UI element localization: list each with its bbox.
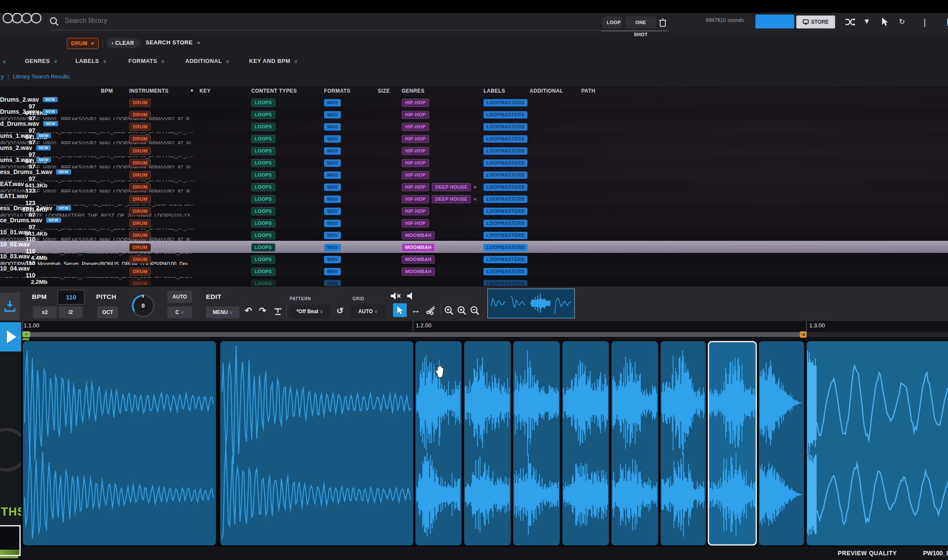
column-labels[interactable]: LABELS (483, 88, 505, 94)
edit-menu-button[interactable]: MENU ∨ (206, 306, 240, 318)
tag-hip-hop[interactable]: HIP-HOP (402, 183, 429, 191)
tag-loopmasters[interactable]: LOOPMASTERS (483, 111, 527, 118)
pitch-auto-button[interactable]: AUTO (167, 291, 192, 303)
column-bpm[interactable]: BPM (78, 88, 113, 94)
remove-filter-icon[interactable]: × (91, 40, 94, 47)
filter-dropdown-additional[interactable]: ADDITIONAL∨ (185, 58, 230, 64)
table-row[interactable]: Drums_2.wavNEW97DRUMLOOPSWAV641.3KbHIP-H… (0, 96, 948, 108)
tag-hip-hop[interactable]: HIP-HOP (402, 111, 429, 119)
tag-loopmasters[interactable]: LOOPMASTERS (483, 99, 527, 106)
tag-drum[interactable]: DRUM (129, 195, 151, 203)
more-genres-icon[interactable]: » (474, 196, 477, 202)
tag-loops[interactable]: LOOPS (251, 183, 275, 191)
tag-wav[interactable]: WAV (324, 159, 341, 167)
tag-wav[interactable]: WAV (324, 220, 341, 227)
trim-icon[interactable] (273, 307, 283, 317)
tag-loopmasters[interactable]: LOOPMASTERS (483, 268, 527, 275)
column-key[interactable]: KEY (200, 88, 211, 94)
zoom-selection-icon[interactable] (444, 305, 454, 316)
sort-asc-icon[interactable]: ▲ (190, 88, 194, 92)
zoom-out-icon[interactable] (470, 305, 480, 316)
tag-loopmasters[interactable]: LOOPMASTERS (483, 196, 527, 203)
tag-hip-hop[interactable]: HIP-HOP (402, 135, 429, 143)
tag-moombah[interactable]: MOOMBAH (402, 255, 435, 264)
menu-bar-icon[interactable]: ❘ (921, 17, 928, 27)
tag-loopmasters[interactable]: LOOPMASTERS (483, 232, 527, 239)
import-button[interactable] (0, 292, 20, 320)
table-row[interactable]: ums_1.wavNEW97DRUMLOOPSWAV641.4KbHIP-HOP… (0, 132, 948, 144)
tag-loops[interactable]: LOOPS (251, 147, 275, 155)
tag-drum[interactable]: DRUM (129, 207, 151, 215)
speaker-icon[interactable] (407, 292, 414, 300)
tag-loopmasters[interactable]: LOOPMASTERS (483, 123, 527, 131)
tag-loopmasters[interactable]: LOOPMASTERS (483, 220, 527, 227)
tag-wav[interactable]: WAV (324, 244, 341, 251)
tag-hip-hop[interactable]: HIP-HOP (402, 195, 429, 203)
tag-loopmasters[interactable]: LOOPMASTERS (483, 135, 527, 143)
waveform-overview[interactable] (487, 289, 575, 318)
tag-drum[interactable]: DRUM (129, 135, 151, 143)
table-row[interactable]: Drums_3.wavNEW97DRUMLOOPSWAV641.3KbHIP-H… (0, 108, 948, 120)
filter-dropdown-labels[interactable]: LABELS∨ (75, 58, 107, 64)
tag-wav[interactable]: WAV (324, 268, 341, 275)
tag-loops[interactable]: LOOPS (251, 280, 275, 286)
timeline-ruler[interactable]: 1.1.001.2.001.3.00 > ◀ ▶ (0, 321, 948, 340)
table-row[interactable]: 10_01.wav110DRUMLOOPSWAV4.4MbMOOMBAHLOOP… (0, 229, 948, 241)
tag-hip-hop[interactable]: HIP-HOP (402, 171, 429, 179)
play-button[interactable] (0, 322, 21, 352)
clipped-corner-icon[interactable]: ❘ (945, 17, 948, 26)
tag-drum[interactable]: DRUM (129, 171, 151, 179)
table-row[interactable]: ums_3.wavNEW97DRUMLOOPSWAV641.4KbHIP-HOP… (0, 156, 948, 168)
filter-dropdown-key-and-bpm[interactable]: KEY AND BPM∨ (249, 58, 298, 64)
tag-loopmasters[interactable]: LOOPMASTERS (483, 244, 527, 251)
chevron-down-icon[interactable]: ∨ (3, 59, 6, 65)
tag-loops[interactable]: LOOPS (251, 219, 275, 227)
tag-deep-house[interactable]: DEEP HOUSE (432, 195, 471, 203)
tag-hip-hop[interactable]: HIP-HOP (402, 219, 429, 227)
tag-drum[interactable]: DRUM (129, 219, 151, 227)
tag-wav[interactable]: WAV (324, 208, 341, 215)
cursor-tool-button[interactable] (393, 303, 407, 317)
tag-drum[interactable]: DRUM (129, 99, 151, 107)
clear-filters-button[interactable]: ‹ CLEAR (106, 38, 139, 48)
breadcrumb[interactable]: y|Library Search Results (0, 73, 69, 80)
tag-loops[interactable]: LOOPS (251, 99, 275, 107)
tag-hip-hop[interactable]: HIP-HOP (402, 123, 429, 131)
table-row[interactable]: 10_02.wav110DRUMLOOPSWAV4.4MbMOOMBAHLOOP… (0, 241, 948, 253)
key-select[interactable]: C ∨ (167, 306, 192, 318)
pattern-select[interactable]: *Off Beat ∨ (289, 305, 331, 318)
tag-drum[interactable]: DRUM (129, 123, 151, 131)
tag-drum[interactable]: DRUM (129, 255, 151, 264)
column-instruments[interactable]: INSTRUMENTS (129, 88, 168, 94)
column-genres[interactable]: GENRES (402, 88, 424, 94)
tag-hip-hop[interactable]: HIP-HOP (402, 207, 429, 215)
tag-drum[interactable]: DRUM (129, 111, 151, 119)
shuffle-icon[interactable] (845, 18, 856, 26)
tag-loops[interactable]: LOOPS (251, 231, 275, 240)
side-knob[interactable] (0, 428, 22, 472)
grid-select[interactable]: AUTO ∨ (351, 305, 385, 318)
column-content-types[interactable]: CONTENT TYPES (251, 88, 297, 94)
table-row[interactable]: ess_Drums_2.wavNEW97DRUMLOOPSWAV320.9KbH… (0, 205, 948, 217)
tag-wav[interactable]: WAV (324, 256, 341, 263)
refresh-icon[interactable]: ↻ (899, 17, 905, 26)
column-additional[interactable]: ADDITIONAL (530, 88, 563, 94)
tag-wav[interactable]: WAV (324, 123, 341, 131)
tag-loops[interactable]: LOOPS (251, 243, 275, 252)
cut-tool-button[interactable] (424, 303, 438, 317)
more-genres-icon[interactable]: » (474, 184, 477, 190)
tag-loopmasters[interactable]: LOOPMASTERS (483, 184, 527, 191)
bpm-half-button[interactable]: /2 (59, 306, 83, 318)
tag-loops[interactable]: LOOPS (251, 135, 275, 143)
loop-start-marker[interactable]: > (22, 331, 30, 337)
tag-loops[interactable]: LOOPS (251, 111, 275, 119)
tag-wav[interactable]: WAV (324, 280, 341, 286)
column-size[interactable]: SIZE (343, 88, 390, 94)
tag-loopmasters[interactable]: LOOPMASTERS (483, 147, 527, 155)
tag-loopmasters[interactable]: LOOPMASTERS (483, 256, 527, 263)
table-row[interactable]: DRUMLOOPSWAVLOOPMASTERS (0, 277, 948, 286)
primary-action-button[interactable] (755, 15, 794, 28)
loop-end-marker[interactable]: ◀ (800, 331, 807, 338)
tag-loops[interactable]: LOOPS (251, 207, 275, 215)
tag-drum[interactable]: DRUM (129, 280, 151, 286)
